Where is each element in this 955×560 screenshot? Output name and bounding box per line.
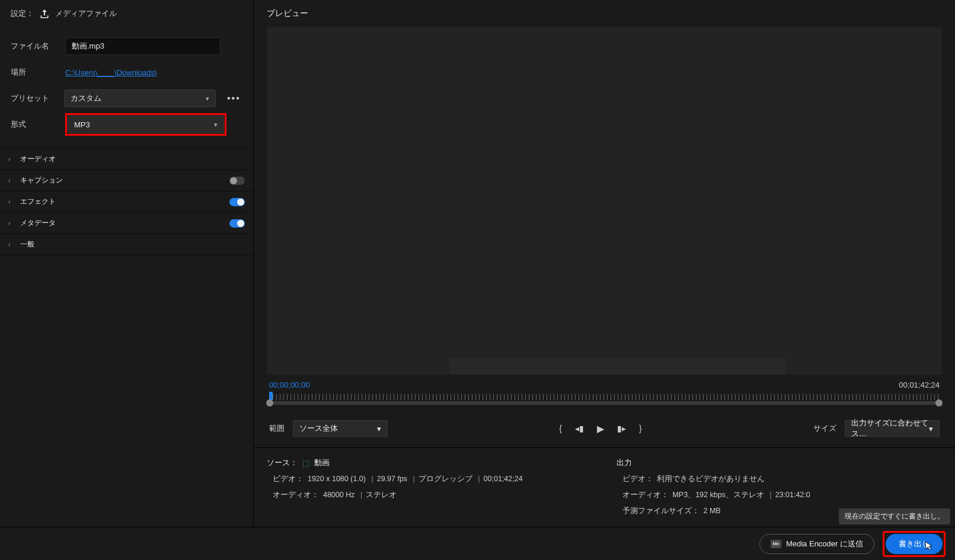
acc-general-label: 一般 [20, 239, 245, 249]
go-to-in-icon[interactable]: { [559, 424, 562, 433]
step-forward-icon[interactable]: ▮▸ [617, 424, 626, 433]
metadata-toggle[interactable] [229, 219, 245, 228]
row-filename: ファイル名 動画.mp3 [11, 33, 242, 59]
play-icon[interactable]: ▶ [597, 423, 604, 434]
preview-canvas [267, 27, 942, 375]
acc-audio-label: オーディオ [20, 154, 245, 164]
range-select[interactable]: ソース全体 ▾ [293, 420, 388, 437]
source-column: ソース： ⬚ 動画 ビデオ： 1920 x 1080 (1.0) |29.97 … [267, 457, 593, 516]
app-root: 設定： メディアファイル ファイル名 動画.mp3 場所 C:\Users\__… [0, 0, 955, 560]
src-fps: 29.97 fps [377, 475, 407, 483]
src-scan: プログレッシブ [419, 475, 472, 483]
go-to-out-icon[interactable]: } [639, 424, 642, 433]
effects-toggle[interactable] [229, 198, 245, 206]
acc-metadata-label: メタデータ [20, 218, 223, 228]
location-link[interactable]: C:\Users\____\Downloads\ [65, 68, 157, 77]
source-title: ソース： ⬚ 動画 [267, 457, 593, 468]
format-value: MP3 [74, 120, 90, 129]
main-area: 設定： メディアファイル ファイル名 動画.mp3 場所 C:\Users\__… [0, 0, 955, 527]
timecode-bar: 00;00;00;00 00;01;42;24 [267, 375, 942, 392]
src-channels: ステレオ [366, 491, 397, 499]
range-label: 範囲 [269, 423, 285, 434]
output-title: 出力 [617, 457, 943, 468]
source-label: ソース： [267, 457, 298, 468]
settings-prefix: 設定： [11, 8, 34, 19]
media-encoder-icon: Me [771, 540, 781, 548]
acc-general[interactable]: › 一般 [0, 234, 253, 255]
chevron-down-icon: ▾ [929, 424, 933, 433]
location-label: 場所 [11, 67, 56, 78]
preview-area: 00;00;00;00 00;01;42;24 範囲 ソース全体 ▾ [267, 27, 942, 447]
preset-value: カスタム [71, 93, 101, 104]
out-est-value: 2 MB [703, 507, 720, 515]
step-back-icon[interactable]: ◂▮ [575, 424, 584, 433]
out-video-value: 利用できるビデオがありません [657, 475, 765, 483]
timecode-current[interactable]: 00;00;00;00 [269, 380, 310, 389]
output-label: 出力 [617, 457, 632, 468]
caption-toggle[interactable] [229, 177, 245, 185]
src-video-label: ビデオ： [273, 475, 304, 483]
acc-caption-label: キャプション [20, 175, 223, 185]
timeline-track [269, 401, 940, 405]
out-audio-label: オーディオ： [622, 491, 669, 499]
row-location: 場所 C:\Users\____\Downloads\ [11, 59, 242, 85]
timecode-end: 00;01;42;24 [899, 380, 940, 389]
output-audio-line: オーディオ： MP3、192 kbps、ステレオ |23:01:42:0 [617, 490, 943, 500]
preview-shade [449, 358, 787, 375]
size-label: サイズ [813, 423, 836, 434]
chevron-down-icon: ▾ [206, 95, 209, 103]
footer: 現在の設定ですぐに書き出し。 Me Media Encoder に送信 書き出し [0, 527, 955, 560]
source-seq-name: 動画 [314, 457, 330, 468]
row-preset: プリセット カスタム ▾ ••• [11, 85, 242, 111]
src-audio-label: オーディオ： [273, 491, 319, 499]
left-panel: 設定： メディアファイル ファイル名 動画.mp3 場所 C:\Users\__… [0, 0, 254, 527]
chevron-right-icon: › [8, 177, 14, 184]
out-video-label: ビデオ： [622, 475, 653, 483]
acc-audio[interactable]: › オーディオ [0, 149, 253, 170]
format-label: 形式 [11, 119, 56, 130]
src-audio-value: 48000 Hz [323, 491, 355, 499]
chevron-down-icon: ▾ [377, 424, 381, 433]
export-label: 書き出し [899, 539, 930, 549]
sequence-icon: ⬚ [302, 459, 309, 468]
out-audio-dur: 23:01:42:0 [775, 491, 810, 499]
format-select[interactable]: MP3 ▾ [68, 116, 224, 133]
chevron-right-icon: › [8, 220, 14, 226]
export-tooltip: 現在の設定ですぐに書き出し。 [839, 508, 950, 524]
playhead[interactable] [269, 392, 273, 400]
filename-value: 動画.mp3 [72, 41, 104, 52]
preset-select[interactable]: カスタム ▾ [64, 89, 216, 107]
preset-label: プリセット [11, 93, 55, 104]
out-point-handle[interactable] [935, 399, 943, 407]
accordion-group: › オーディオ › キャプション › エフェクト › メタデータ [0, 148, 253, 255]
export-button[interactable]: 書き出し [886, 534, 943, 554]
acc-metadata[interactable]: › メタデータ [0, 213, 253, 234]
source-audio-line: オーディオ： 48000 Hz |ステレオ [267, 490, 593, 500]
out-est-label: 予測ファイルサイズ： [622, 507, 700, 515]
acc-effects-label: エフェクト [20, 197, 223, 207]
acc-effects[interactable]: › エフェクト [0, 191, 253, 213]
filename-input[interactable]: 動画.mp3 [65, 37, 221, 55]
out-audio-value: MP3、192 kbps、ステレオ [672, 491, 764, 499]
preview-controls: 範囲 ソース全体 ▾ { ◂▮ ▶ ▮▸ } サイズ [267, 413, 942, 447]
row-format: 形式 MP3 ▾ [11, 111, 242, 137]
acc-caption[interactable]: › キャプション [0, 170, 253, 191]
settings-group: ファイル名 動画.mp3 場所 C:\Users\____\Downloads\… [0, 27, 253, 148]
transport-controls: { ◂▮ ▶ ▮▸ } [559, 423, 641, 434]
send-to-media-encoder-button[interactable]: Me Media Encoder に送信 [759, 534, 874, 554]
timeline[interactable] [267, 392, 942, 413]
size-select[interactable]: 出力サイズに合わせてス… ▾ [845, 420, 940, 437]
media-file-label: メディアファイル [55, 8, 117, 19]
output-video-line: ビデオ： 利用できるビデオがありません [617, 474, 943, 484]
filename-label: ファイル名 [11, 41, 56, 52]
range-value: ソース全体 [299, 423, 338, 434]
in-point-handle[interactable] [266, 399, 273, 407]
preview-header: プレビュー [254, 0, 955, 27]
source-video-line: ビデオ： 1920 x 1080 (1.0) |29.97 fps |プログレッ… [267, 474, 593, 484]
export-icon [40, 9, 49, 18]
chevron-right-icon: › [8, 241, 14, 248]
src-video-value: 1920 x 1080 (1.0) [308, 475, 366, 483]
format-highlight: MP3 ▾ [65, 113, 226, 136]
preset-more-button[interactable]: ••• [225, 93, 242, 104]
right-panel: プレビュー 00;00;00;00 00;01;42;24 範囲 [254, 0, 955, 527]
